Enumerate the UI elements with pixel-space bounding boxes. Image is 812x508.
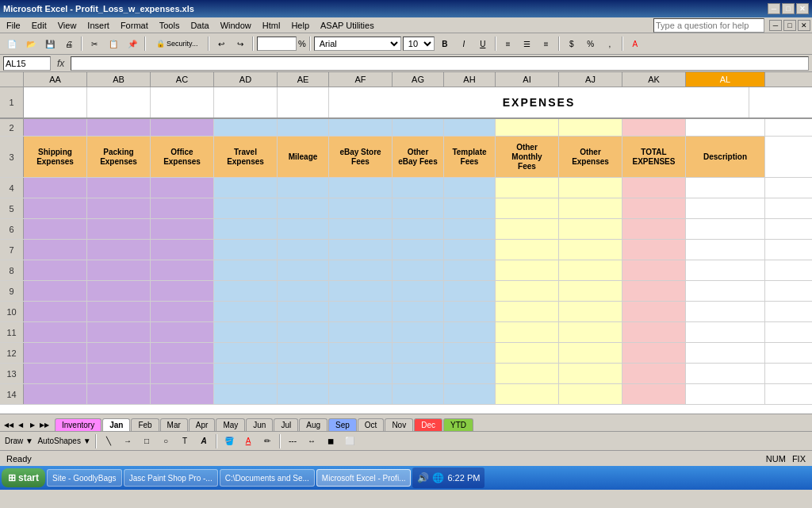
cell-ab10[interactable] [87,302,151,321]
menu-asap[interactable]: ASAP Utilities [316,19,379,32]
tab-may[interactable]: May [216,418,245,431]
cell-aa10[interactable] [24,302,87,321]
cell-ac4[interactable] [151,178,214,198]
maximize-btn[interactable]: □ [782,3,795,14]
cell-ag3[interactable]: Other eBay Fees [393,137,444,177]
cell-ah6[interactable] [444,219,496,239]
cell-aa13[interactable] [24,364,87,383]
cell-ag6[interactable] [393,219,444,239]
cell-ad6[interactable] [214,219,278,239]
col-header-aa[interactable]: AA [24,72,87,87]
taskbar-excel-item[interactable]: Microsoft Excel - Profi... [316,469,412,487]
cell-aj4[interactable] [559,178,622,198]
cell-ae9[interactable] [278,281,329,301]
cell-ad10[interactable] [214,302,278,321]
menu-help[interactable]: Help [286,19,314,32]
oval-btn[interactable]: ○ [157,433,174,449]
cell-ah3[interactable]: Template Fees [444,137,496,177]
cell-ae4[interactable] [278,178,329,198]
cell-ak4[interactable] [622,178,686,198]
tab-oct[interactable]: Oct [358,418,385,431]
col-header-ai[interactable]: AI [496,72,559,87]
cell-al6[interactable] [686,219,765,239]
cell-ai12[interactable] [496,343,559,363]
cell-aj2[interactable] [559,119,622,136]
cell-ac3[interactable]: Office Expenses [151,137,214,177]
cell-aj9[interactable] [559,281,622,301]
arrow-style-btn[interactable]: ↔ [303,433,320,449]
tab-first-btn[interactable]: ◀◀ [3,418,14,431]
cell-ak14[interactable] [622,384,686,404]
cell-ag7[interactable] [393,240,444,260]
cell-ag5[interactable] [393,198,444,218]
cell-ab11[interactable] [87,322,151,342]
col-header-af[interactable]: AF [329,72,393,87]
cell-ai7[interactable] [496,240,559,260]
menu-file[interactable]: File [2,19,25,32]
cell-ag11[interactable] [393,322,444,342]
cell-ai13[interactable] [496,364,559,383]
italic-btn[interactable]: I [455,36,473,52]
fill-btn[interactable]: 🪣 [220,433,238,449]
cell-aa7[interactable] [24,240,87,260]
tab-inventory[interactable]: Inventory [55,418,102,431]
font-size-selector[interactable]: 10 [403,37,435,51]
print-btn[interactable]: 🖨 [60,36,78,52]
cell-al9[interactable] [686,281,765,301]
cell-ag12[interactable] [393,343,444,363]
cell-ag9[interactable] [393,281,444,301]
tab-jul[interactable]: Jul [274,418,298,431]
cell-ab1[interactable] [87,87,151,117]
cell-ae8[interactable] [278,260,329,280]
cell-ak11[interactable] [622,322,686,342]
cell-al11[interactable] [686,322,765,342]
cell-ag8[interactable] [393,260,444,280]
currency-btn[interactable]: $ [563,36,580,52]
cell-af4[interactable] [329,178,393,198]
cell-ae11[interactable] [278,322,329,342]
tab-mar[interactable]: Mar [160,418,188,431]
cell-ah8[interactable] [444,260,496,280]
cell-ab4[interactable] [87,178,151,198]
autoshapes-btn[interactable]: AutoShapes ▼ [36,433,92,449]
cut-btn[interactable]: ✂ [86,36,103,52]
cell-af14[interactable] [329,384,393,404]
cell-aa9[interactable] [24,281,87,301]
cell-aa12[interactable] [24,343,87,363]
col-header-al[interactable]: AL [686,72,765,87]
taskbar-site-item[interactable]: Site - GoodlyBags [47,469,122,487]
textbox-btn[interactable]: T [176,433,193,449]
cell-ae10[interactable] [278,302,329,321]
tab-apr[interactable]: Apr [189,418,216,431]
cell-ag4[interactable] [393,178,444,198]
cell-ai8[interactable] [496,260,559,280]
cell-aa14[interactable] [24,384,87,404]
cell-ae1[interactable] [278,87,329,117]
cell-ak12[interactable] [622,343,686,363]
cell-aj14[interactable] [559,384,622,404]
close-btn[interactable]: ✕ [796,3,809,14]
cell-ak9[interactable] [622,281,686,301]
cell-aa4[interactable] [24,178,87,198]
cell-aj7[interactable] [559,240,622,260]
cell-ag14[interactable] [393,384,444,404]
cell-ah4[interactable] [444,178,496,198]
cell-ai10[interactable] [496,302,559,321]
cell-ac8[interactable] [151,260,214,280]
cell-al4[interactable] [686,178,765,198]
cell-ab3[interactable]: Packing Expenses [87,137,151,177]
cell-aa3[interactable]: Shipping Expenses [24,137,87,177]
cell-ae5[interactable] [278,198,329,218]
cell-ag13[interactable] [393,364,444,383]
menu-edit[interactable]: Edit [27,19,52,32]
dash-btn[interactable]: --- [284,433,301,449]
cell-ad5[interactable] [214,198,278,218]
cell-ad4[interactable] [214,178,278,198]
cell-ad9[interactable] [214,281,278,301]
cell-ae2[interactable] [278,119,329,136]
cell-ad2[interactable] [214,119,278,136]
zoom-input[interactable] [257,37,297,51]
paste-btn[interactable]: 📌 [124,36,141,52]
wordart-btn[interactable]: A [195,433,213,449]
app-minimize-btn[interactable]: ─ [769,20,782,31]
